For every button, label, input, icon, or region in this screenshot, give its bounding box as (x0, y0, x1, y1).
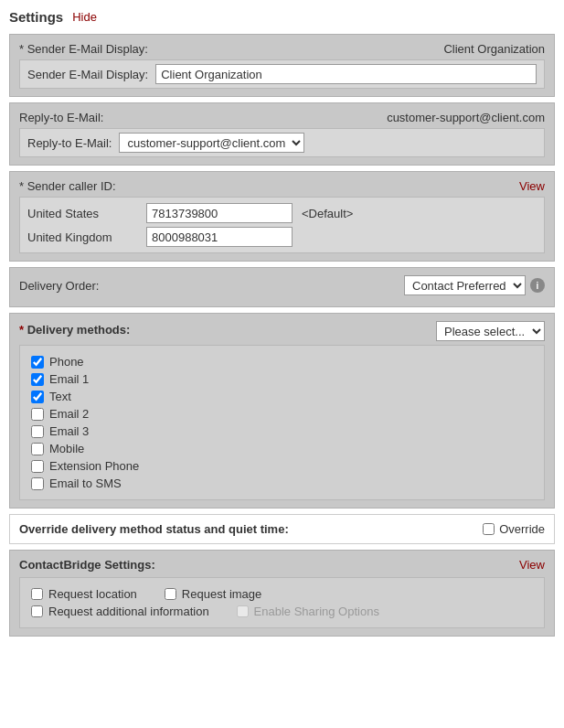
delivery-methods-section: * Delivery methods: Please select... Pho… (9, 313, 555, 509)
required-star: * (19, 323, 27, 337)
checkbox-email2-input[interactable] (31, 408, 44, 421)
settings-header: Settings Hide (9, 9, 555, 25)
sender-email-inner-label: Sender E-Mail Display: (27, 68, 148, 81)
checkbox-email1: Email 1 (31, 370, 533, 388)
cb-request-image-label: Request image (182, 587, 261, 601)
checkbox-mobile-input[interactable] (31, 443, 44, 455)
sender-email-inner-row: Sender E-Mail Display: (19, 59, 545, 89)
cb-checkbox-request-location: Request location (31, 585, 137, 603)
hide-link[interactable]: Hide (72, 10, 97, 24)
sender-email-input[interactable] (155, 64, 537, 84)
checkbox-email-sms-label: Email to SMS (49, 476, 122, 490)
override-checkbox-label: Override (499, 522, 545, 536)
sender-email-right-value: Client Organization (443, 42, 545, 56)
cb-request-additional-input[interactable] (31, 605, 43, 617)
caller-default-us: <Default> (302, 207, 353, 220)
checkbox-extension-phone: Extension Phone (31, 457, 533, 475)
page-title: Settings (9, 9, 63, 25)
cb-request-location-label: Request location (48, 587, 137, 601)
cb-checkbox-enable-sharing: Enable Sharing Options (237, 603, 379, 620)
reply-to-inner-row: Reply-to E-Mail: customer-support@client… (19, 128, 545, 157)
checkbox-text-input[interactable] (31, 391, 44, 403)
checkbox-email3-label: Email 3 (49, 424, 89, 438)
checkbox-phone-label: Phone (49, 355, 84, 369)
checkbox-mobile-label: Mobile (49, 442, 84, 455)
checkbox-email3: Email 3 (31, 423, 533, 440)
cb-checkbox-row-1: Request location Request image (31, 585, 533, 603)
delivery-order-info-icon[interactable]: i (530, 278, 545, 293)
checkbox-phone-input[interactable] (31, 356, 44, 369)
checkbox-phone: Phone (31, 353, 533, 370)
contactbridge-section: ContactBridge Settings: View Request loc… (9, 550, 555, 637)
caller-row-uk: United Kingdom (27, 225, 537, 249)
sender-email-section: * Sender E-Mail Display: Client Organiza… (9, 34, 555, 97)
cb-checkbox-request-image: Request image (165, 585, 261, 603)
contactbridge-header: ContactBridge Settings: View (19, 558, 545, 572)
reply-to-right-value: customer-support@client.com (387, 111, 545, 124)
checkbox-email-sms-input[interactable] (31, 477, 44, 490)
delivery-methods-select-wrapper: Please select... (436, 321, 545, 341)
cb-enable-sharing-label: Enable Sharing Options (254, 605, 379, 618)
checkbox-email2-label: Email 2 (49, 407, 89, 421)
caller-number-uk[interactable] (146, 227, 293, 247)
delivery-checkboxes-area: Phone Email 1 Text Email 2 Email 3 Mobil… (19, 345, 545, 500)
delivery-order-select[interactable]: Contact Preferred Round Robin Top Down (404, 275, 526, 295)
caller-row-us: United States <Default> (27, 201, 537, 225)
override-section: Override delivery method status and quie… (9, 514, 555, 544)
cb-checkbox-row-2: Request additional information Enable Sh… (31, 603, 533, 620)
caller-country-us: United States (27, 207, 146, 220)
cb-request-location-input[interactable] (31, 588, 43, 600)
override-label: Override delivery method status and quie… (19, 522, 483, 536)
contactbridge-view-link[interactable]: View (519, 558, 545, 572)
caller-country-uk: United Kingdom (27, 230, 146, 244)
caller-view-link[interactable]: View (519, 179, 545, 193)
cb-request-additional-label: Request additional information (48, 605, 209, 618)
checkbox-text: Text (31, 388, 533, 405)
reply-to-label: Reply-to E-Mail: (19, 111, 103, 124)
checkbox-text-label: Text (49, 390, 71, 403)
checkbox-email3-input[interactable] (31, 425, 44, 438)
delivery-order-section: Delivery Order: Contact Preferred Round … (9, 267, 555, 307)
delivery-order-label: Delivery Order: (19, 279, 99, 293)
override-checkbox-row: Override (483, 522, 545, 536)
reply-to-section: Reply-to E-Mail: customer-support@client… (9, 102, 555, 166)
sender-caller-label: * Sender caller ID: (19, 179, 116, 193)
delivery-order-select-wrapper: Contact Preferred Round Robin Top Down i (404, 275, 545, 295)
reply-to-select[interactable]: customer-support@client.com (119, 133, 304, 153)
reply-to-inner-label: Reply-to E-Mail: (27, 136, 112, 150)
settings-page: Settings Hide * Sender E-Mail Display: C… (0, 0, 564, 651)
checkbox-extension-phone-label: Extension Phone (49, 459, 139, 473)
delivery-methods-select[interactable]: Please select... (436, 321, 545, 341)
checkbox-email1-label: Email 1 (49, 372, 89, 386)
reply-to-header: Reply-to E-Mail: customer-support@client… (19, 111, 545, 124)
contactbridge-checkboxes: Request location Request image Request a… (19, 577, 545, 628)
cb-checkbox-request-additional: Request additional information (31, 603, 209, 620)
checkbox-email-sms: Email to SMS (31, 475, 533, 492)
checkbox-extension-phone-input[interactable] (31, 460, 44, 473)
cb-request-image-input[interactable] (165, 588, 176, 600)
sender-email-label: * Sender E-Mail Display: (19, 42, 148, 56)
sender-email-header: * Sender E-Mail Display: Client Organiza… (19, 42, 545, 56)
caller-number-us[interactable] (146, 203, 293, 223)
caller-table: United States <Default> United Kingdom (19, 197, 545, 253)
delivery-methods-label: * Delivery methods: (19, 323, 130, 337)
sender-caller-section: * Sender caller ID: View United States <… (9, 171, 555, 262)
checkbox-email2: Email 2 (31, 405, 533, 423)
override-checkbox-input[interactable] (483, 523, 495, 535)
checkbox-mobile: Mobile (31, 440, 533, 457)
contactbridge-label: ContactBridge Settings: (19, 558, 155, 572)
delivery-order-row: Delivery Order: Contact Preferred Round … (19, 275, 545, 295)
checkbox-email1-input[interactable] (31, 373, 44, 386)
cb-enable-sharing-input (237, 605, 249, 617)
sender-caller-header: * Sender caller ID: View (19, 179, 545, 193)
